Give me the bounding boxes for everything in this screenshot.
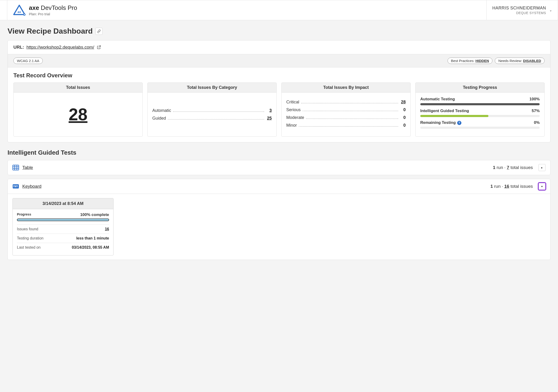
user-name: HARRIS SCHNEIDERMAN (492, 6, 546, 11)
wcag-pill[interactable]: WCAG 2.1 AA (13, 58, 43, 64)
keyboard-icon (12, 183, 19, 189)
run-detail-line: Issues found16 (17, 225, 109, 234)
igt-test-name[interactable]: Table (22, 165, 33, 170)
url-label: URL: (13, 45, 24, 50)
igt-test-summary: 1 run · 16 total issues (490, 184, 533, 189)
expand-toggle-button[interactable]: ▸ (539, 164, 546, 171)
svg-point-0 (24, 14, 25, 15)
category-value[interactable]: 25 (266, 116, 272, 121)
svg-rect-10 (16, 185, 17, 186)
best-practices-pill[interactable]: Best Practices: HIDDEN (447, 58, 493, 64)
progress-bar-pct: 57% (532, 109, 540, 113)
impact-label: Serious (286, 107, 301, 112)
progress-bar-pct: 100% (530, 97, 540, 102)
progress-card: Testing Progress Automatic Testing 100% … (415, 82, 545, 137)
table-icon (12, 165, 19, 170)
run-progress-label: Progress (17, 212, 31, 217)
by-impact-card: Total Issues By Impact Critical28Serious… (281, 82, 411, 137)
total-issues-card: Total Issues 28 (13, 82, 143, 137)
svg-rect-9 (15, 185, 15, 186)
run-line-value: less than 1 minute (76, 236, 109, 240)
progress-bar-label: Automatic Testing (420, 97, 455, 102)
igt-test-summary: 1 run · 7 total issues (493, 165, 533, 170)
impact-row: Serious0 (286, 107, 406, 112)
igt-test-row: Keyboard 1 run · 16 total issues ▾ 3/14/… (8, 179, 550, 260)
impact-value[interactable]: 28 (400, 100, 406, 105)
axe-logo-icon: ax (13, 4, 26, 16)
impact-row: Moderate0 (286, 115, 406, 120)
run-card: 3/14/2023 at 8:54 AM Progress 100% compl… (12, 198, 113, 255)
igt-issue-count[interactable]: 16 (504, 184, 509, 189)
category-row: Guided25 (152, 116, 272, 121)
category-label: Guided (152, 116, 166, 121)
help-icon[interactable]: ? (457, 121, 462, 125)
impact-label: Moderate (286, 115, 304, 120)
run-details: 3/14/2023 at 8:54 AM Progress 100% compl… (8, 194, 550, 260)
svg-rect-12 (13, 186, 14, 187)
impact-value: 0 (400, 115, 406, 120)
progress-label: Testing Progress (416, 83, 544, 93)
external-link-icon[interactable] (96, 45, 101, 50)
needs-review-pill[interactable]: Needs Review: DISABLED (495, 58, 545, 64)
impact-label: Critical (286, 100, 299, 105)
brand-block: ax axe DevTools Pro Plan: Pro trial (7, 0, 486, 20)
copy-link-button[interactable] (96, 28, 103, 35)
run-line-label: Issues found (17, 227, 38, 231)
run-line-label: Last tested on (17, 245, 41, 250)
progress-bar-fill (420, 115, 488, 117)
user-org: DEQUE SYSTEMS (492, 11, 546, 15)
run-line-label: Testing duration (17, 236, 44, 240)
url-row: URL: https://workshop2.dequelabs.com/ (8, 40, 550, 54)
igt-test-name[interactable]: Keyboard (22, 184, 41, 189)
expand-toggle-button[interactable]: ▾ (539, 183, 546, 190)
category-label: Automatic (152, 108, 171, 113)
user-menu[interactable]: HARRIS SCHNEIDERMAN DEQUE SYSTEMS ⌄ (486, 0, 558, 20)
progress-bar-label: Intelligent Guided Testing (420, 109, 469, 113)
by-category-label: Total Issues By Category (148, 83, 276, 93)
progress-bar-track (420, 103, 540, 105)
progress-bar-track (420, 115, 540, 117)
igt-test-row: Table 1 run · 7 total issues ▸ (8, 160, 550, 175)
total-issues-label: Total Issues (14, 83, 142, 93)
progress-block: Intelligent Guided Testing 57% (420, 109, 540, 117)
progress-bar-fill (420, 103, 540, 105)
progress-bar-track (420, 127, 540, 129)
progress-bar-label: Remaining Testing? (420, 120, 462, 125)
svg-rect-8 (13, 185, 14, 186)
by-category-card: Total Issues By Category Automatic3Guide… (147, 82, 277, 137)
overview-card: URL: https://workshop2.dequelabs.com/ WC… (8, 40, 550, 142)
url-link[interactable]: https://workshop2.dequelabs.com/ (26, 45, 94, 50)
run-progress-value: 100% complete (80, 212, 109, 217)
svg-text:ax: ax (17, 10, 21, 14)
topbar: ax axe DevTools Pro Plan: Pro trial HARR… (0, 0, 558, 20)
run-line-value: 03/14/2023, 08:55 AM (72, 245, 109, 250)
svg-rect-14 (15, 186, 17, 187)
run-detail-line: Last tested on03/14/2023, 08:55 AM (17, 243, 109, 252)
link-icon (97, 29, 101, 33)
plan-label: Plan: Pro trial (29, 12, 77, 16)
category-value[interactable]: 3 (266, 108, 272, 113)
run-timestamp: 3/14/2023 at 8:54 AM (13, 198, 113, 209)
impact-label: Minor (286, 123, 297, 128)
run-line-value[interactable]: 16 (105, 227, 109, 231)
impact-row: Critical28 (286, 100, 406, 105)
impact-row: Minor0 (286, 123, 406, 128)
impact-value: 0 (400, 123, 406, 128)
run-detail-line: Testing durationless than 1 minute (17, 234, 109, 243)
filters-row: WCAG 2.1 AA Best Practices: HIDDEN Needs… (8, 54, 550, 68)
progress-bar-pct: 0% (534, 120, 540, 125)
progress-block: Automatic Testing 100% (420, 97, 540, 105)
total-issues-value[interactable]: 28 (18, 105, 138, 124)
overview-title: Test Record Overview (8, 68, 550, 82)
run-progress-bar (17, 218, 109, 221)
brand-title: axe DevTools Pro (29, 4, 77, 11)
igt-title: Intelligent Guided Tests (8, 149, 550, 156)
chevron-down-icon: ⌄ (549, 8, 552, 12)
impact-value: 0 (400, 107, 406, 112)
page-title: View Recipe Dashboard (8, 27, 93, 35)
progress-block: Remaining Testing? 0% (420, 120, 540, 129)
category-row: Automatic3 (152, 108, 272, 113)
igt-issue-count[interactable]: 7 (507, 165, 509, 170)
svg-rect-2 (13, 165, 19, 170)
svg-rect-13 (17, 186, 18, 187)
